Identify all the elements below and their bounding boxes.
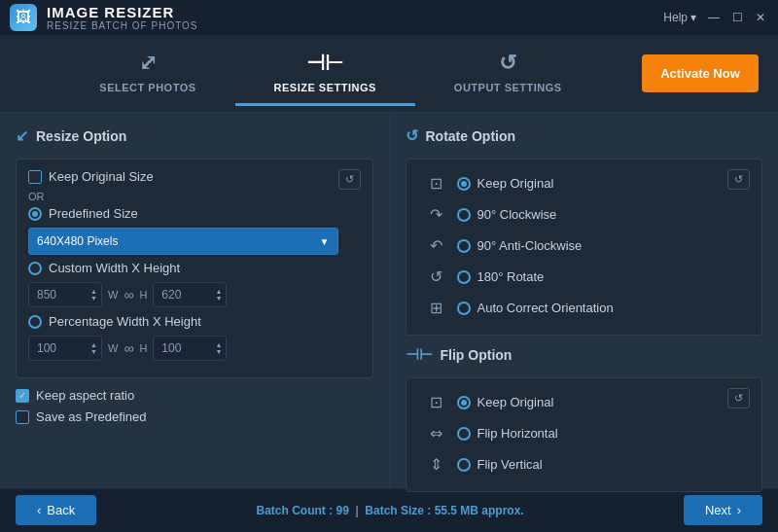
- pct-width-up[interactable]: ▲: [90, 341, 97, 348]
- app-subtitle: RESIZE BATCH OF PHOTOS: [47, 20, 198, 31]
- predefined-dropdown[interactable]: 640X480 Pixels ▼: [28, 228, 338, 255]
- maximize-button[interactable]: ☐: [729, 10, 745, 25]
- custom-width-up[interactable]: ▲: [90, 288, 97, 295]
- step-select-label: SELECT PHOTOS: [99, 82, 195, 93]
- predefined-radio[interactable]: [28, 207, 42, 221]
- app-title-block: IMAGE RESIZER RESIZE BATCH OF PHOTOS: [47, 4, 198, 31]
- h-label: H: [139, 289, 147, 301]
- rotate-section-title: ↺ Rotate Option: [406, 126, 763, 145]
- flip-v-radio[interactable]: [457, 458, 471, 472]
- help-button[interactable]: Help ▾: [663, 11, 696, 24]
- resize-reset-button[interactable]: ↺: [338, 169, 361, 190]
- custom-height-input[interactable]: 620 ▲ ▼: [153, 282, 227, 307]
- step-select-photos[interactable]: ⤢ SELECT PHOTOS: [60, 41, 234, 106]
- custom-height-down[interactable]: ▼: [215, 295, 222, 301]
- footer: ‹ Back Batch Count : 99 | Batch Size : 5…: [0, 487, 778, 532]
- keep-aspect-checkbox[interactable]: ✓: [16, 389, 29, 403]
- flip-option-box: ⊡ Keep Original ⇔ Flip Horizontal: [406, 377, 763, 492]
- flip-h-label[interactable]: Flip Horizontal: [457, 426, 558, 441]
- save-predefined-checkbox-label[interactable]: Save as Predefined: [16, 409, 146, 424]
- custom-wh-radio[interactable]: [28, 262, 42, 275]
- pct-width-spinners[interactable]: ▲ ▼: [90, 341, 97, 355]
- app-icon: 🖼: [10, 4, 37, 31]
- rotate-flip-panel: ↺ Rotate Option ⊡ Keep Original ↷: [390, 113, 779, 487]
- step-resize-settings[interactable]: ⊣⊢ RESIZE SETTINGS: [235, 41, 415, 106]
- app-name: IMAGE RESIZER: [47, 4, 198, 20]
- rotate-reset-button[interactable]: ↺: [727, 169, 750, 190]
- close-button[interactable]: ✕: [753, 10, 768, 25]
- keep-original-checkbox-label[interactable]: Keep Original Size: [28, 169, 154, 184]
- pct-link-icon: ∞: [124, 340, 133, 356]
- rotate-180-icon: ↺: [426, 267, 447, 286]
- rotate-auto-label[interactable]: Auto Correct Orientation: [457, 301, 614, 315]
- custom-wh-inputs: 850 ▲ ▼ W ∞ H 620 ▲: [28, 282, 338, 307]
- resize-option-box: Keep Original Size OR Predefined Size 64…: [16, 159, 373, 378]
- flip-section-title: ⊣⊢ Flip Option: [406, 345, 763, 364]
- keep-aspect-checkbox-label[interactable]: ✓ Keep aspect ratio: [16, 388, 134, 403]
- flip-v-icon: ⇕: [426, 455, 447, 474]
- custom-wh-radio-label[interactable]: Custom Width X Height: [28, 261, 180, 275]
- pct-height-up[interactable]: ▲: [215, 341, 222, 348]
- keep-original-checkbox[interactable]: [28, 170, 42, 184]
- pct-height-spinners[interactable]: ▲ ▼: [215, 341, 222, 355]
- rotate-keep-radio[interactable]: [457, 177, 471, 191]
- step-output-label: OUTPUT SETTINGS: [454, 82, 562, 93]
- rotate-cw-radio[interactable]: [457, 208, 471, 222]
- rotate-ccw-icon: ↶: [426, 236, 447, 255]
- flip-keep-radio[interactable]: [457, 396, 471, 409]
- custom-width-input[interactable]: 850 ▲ ▼: [28, 282, 102, 307]
- pct-width-input[interactable]: 100 ▲ ▼: [28, 336, 102, 361]
- next-button[interactable]: Next ›: [684, 495, 762, 525]
- flip-keep-label[interactable]: Keep Original: [457, 395, 554, 409]
- pct-height-down[interactable]: ▼: [215, 348, 222, 355]
- resize-panel: ↙ Resize Option Keep Original Size OR: [0, 113, 390, 487]
- pct-wh-row: Percentage Width X Height: [28, 314, 338, 329]
- resize-section-icon: ↙: [16, 126, 28, 145]
- predefined-radio-label[interactable]: Predefined Size: [28, 206, 138, 221]
- resize-settings-icon: ⊣⊢: [306, 51, 344, 76]
- main-content: ↙ Resize Option Keep Original Size OR: [0, 113, 778, 487]
- rotate-cw-label[interactable]: 90° Clockwise: [457, 207, 557, 222]
- flip-reset-button[interactable]: ↺: [727, 388, 750, 408]
- toolbar: ⤢ SELECT PHOTOS ⊣⊢ RESIZE SETTINGS ↺ OUT…: [0, 35, 778, 113]
- custom-width-down[interactable]: ▼: [90, 295, 97, 301]
- keep-original-row: Keep Original Size: [28, 169, 338, 184]
- resize-section-title: ↙ Resize Option: [16, 126, 373, 145]
- rotate-cw-icon: ↷: [426, 205, 447, 224]
- rotate-item-3: ↺ 180° Rotate: [418, 263, 728, 291]
- pct-height-input[interactable]: 100 ▲ ▼: [153, 336, 227, 361]
- custom-wh-row: Custom Width X Height: [28, 261, 338, 275]
- predefined-row: Predefined Size: [28, 206, 338, 221]
- back-button[interactable]: ‹ Back: [16, 495, 96, 525]
- rotate-180-label[interactable]: 180° Rotate: [457, 269, 545, 284]
- flip-h-radio[interactable]: [457, 427, 471, 441]
- flip-v-label[interactable]: Flip Vertical: [457, 457, 543, 472]
- next-chevron-icon: ›: [737, 503, 741, 517]
- pct-width-down[interactable]: ▼: [90, 348, 97, 355]
- rotate-auto-radio[interactable]: [457, 301, 471, 315]
- footer-info: Batch Count : 99 | Batch Size : 55.5 MB …: [256, 504, 523, 517]
- pct-w-label: W: [108, 342, 118, 354]
- custom-height-spinners[interactable]: ▲ ▼: [215, 288, 222, 301]
- rotate-section-icon: ↺: [406, 126, 418, 145]
- title-bar-left: 🖼 IMAGE RESIZER RESIZE BATCH OF PHOTOS: [10, 4, 198, 31]
- custom-width-spinners[interactable]: ▲ ▼: [90, 288, 97, 301]
- output-settings-icon: ↺: [499, 51, 517, 76]
- pct-wh-radio[interactable]: [28, 315, 42, 329]
- pct-wh-radio-label[interactable]: Percentage Width X Height: [28, 314, 201, 329]
- rotate-option-box: ⊡ Keep Original ↷ 90° Clockwise: [406, 159, 763, 336]
- activate-now-button[interactable]: Activate Now: [642, 54, 759, 92]
- keep-aspect-row: ✓ Keep aspect ratio: [16, 388, 373, 403]
- custom-height-up[interactable]: ▲: [215, 288, 222, 295]
- rotate-keep-label[interactable]: Keep Original: [457, 176, 554, 191]
- minimize-button[interactable]: —: [706, 10, 722, 25]
- step-output-settings[interactable]: ↺ OUTPUT SETTINGS: [415, 41, 601, 106]
- rotate-keep-icon: ⊡: [426, 174, 447, 193]
- flip-item-0: ⊡ Keep Original: [418, 388, 728, 416]
- rotate-ccw-radio[interactable]: [457, 239, 471, 253]
- save-predefined-checkbox[interactable]: [16, 410, 29, 424]
- flip-h-icon: ⇔: [426, 424, 447, 443]
- rotate-180-radio[interactable]: [457, 270, 471, 284]
- rotate-ccw-label[interactable]: 90° Anti-Clockwise: [457, 238, 583, 253]
- link-icon: ∞: [124, 287, 133, 302]
